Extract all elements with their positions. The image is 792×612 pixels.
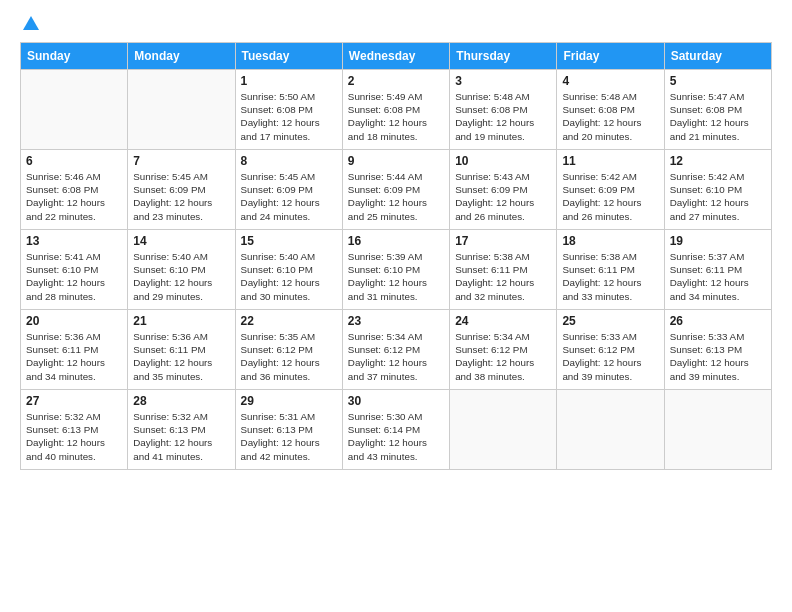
- day-header-tuesday: Tuesday: [235, 43, 342, 70]
- calendar-cell: 17Sunrise: 5:38 AM Sunset: 6:11 PM Dayli…: [450, 230, 557, 310]
- day-number: 4: [562, 74, 658, 88]
- day-info: Sunrise: 5:33 AM Sunset: 6:13 PM Dayligh…: [670, 330, 766, 383]
- day-number: 28: [133, 394, 229, 408]
- day-info: Sunrise: 5:36 AM Sunset: 6:11 PM Dayligh…: [133, 330, 229, 383]
- calendar-cell: 7Sunrise: 5:45 AM Sunset: 6:09 PM Daylig…: [128, 150, 235, 230]
- day-number: 29: [241, 394, 337, 408]
- day-info: Sunrise: 5:42 AM Sunset: 6:09 PM Dayligh…: [562, 170, 658, 223]
- day-number: 19: [670, 234, 766, 248]
- day-number: 27: [26, 394, 122, 408]
- day-number: 13: [26, 234, 122, 248]
- calendar-week-3: 13Sunrise: 5:41 AM Sunset: 6:10 PM Dayli…: [21, 230, 772, 310]
- calendar-cell: [664, 390, 771, 470]
- day-number: 15: [241, 234, 337, 248]
- day-number: 18: [562, 234, 658, 248]
- day-info: Sunrise: 5:45 AM Sunset: 6:09 PM Dayligh…: [133, 170, 229, 223]
- day-header-wednesday: Wednesday: [342, 43, 449, 70]
- day-number: 6: [26, 154, 122, 168]
- day-number: 2: [348, 74, 444, 88]
- day-number: 5: [670, 74, 766, 88]
- day-info: Sunrise: 5:41 AM Sunset: 6:10 PM Dayligh…: [26, 250, 122, 303]
- day-info: Sunrise: 5:36 AM Sunset: 6:11 PM Dayligh…: [26, 330, 122, 383]
- calendar-cell: 30Sunrise: 5:30 AM Sunset: 6:14 PM Dayli…: [342, 390, 449, 470]
- day-info: Sunrise: 5:30 AM Sunset: 6:14 PM Dayligh…: [348, 410, 444, 463]
- day-number: 30: [348, 394, 444, 408]
- day-info: Sunrise: 5:37 AM Sunset: 6:11 PM Dayligh…: [670, 250, 766, 303]
- day-info: Sunrise: 5:42 AM Sunset: 6:10 PM Dayligh…: [670, 170, 766, 223]
- day-header-sunday: Sunday: [21, 43, 128, 70]
- calendar-cell: 24Sunrise: 5:34 AM Sunset: 6:12 PM Dayli…: [450, 310, 557, 390]
- calendar-cell: 11Sunrise: 5:42 AM Sunset: 6:09 PM Dayli…: [557, 150, 664, 230]
- day-number: 11: [562, 154, 658, 168]
- calendar-week-1: 1Sunrise: 5:50 AM Sunset: 6:08 PM Daylig…: [21, 70, 772, 150]
- day-info: Sunrise: 5:38 AM Sunset: 6:11 PM Dayligh…: [562, 250, 658, 303]
- calendar-cell: 27Sunrise: 5:32 AM Sunset: 6:13 PM Dayli…: [21, 390, 128, 470]
- calendar: SundayMondayTuesdayWednesdayThursdayFrid…: [20, 42, 772, 470]
- day-number: 9: [348, 154, 444, 168]
- day-number: 14: [133, 234, 229, 248]
- calendar-cell: 6Sunrise: 5:46 AM Sunset: 6:08 PM Daylig…: [21, 150, 128, 230]
- day-number: 20: [26, 314, 122, 328]
- day-header-thursday: Thursday: [450, 43, 557, 70]
- day-info: Sunrise: 5:47 AM Sunset: 6:08 PM Dayligh…: [670, 90, 766, 143]
- day-number: 16: [348, 234, 444, 248]
- calendar-week-5: 27Sunrise: 5:32 AM Sunset: 6:13 PM Dayli…: [21, 390, 772, 470]
- day-info: Sunrise: 5:31 AM Sunset: 6:13 PM Dayligh…: [241, 410, 337, 463]
- calendar-cell: 3Sunrise: 5:48 AM Sunset: 6:08 PM Daylig…: [450, 70, 557, 150]
- calendar-cell: 14Sunrise: 5:40 AM Sunset: 6:10 PM Dayli…: [128, 230, 235, 310]
- day-number: 3: [455, 74, 551, 88]
- day-info: Sunrise: 5:38 AM Sunset: 6:11 PM Dayligh…: [455, 250, 551, 303]
- day-info: Sunrise: 5:34 AM Sunset: 6:12 PM Dayligh…: [348, 330, 444, 383]
- calendar-cell: 28Sunrise: 5:32 AM Sunset: 6:13 PM Dayli…: [128, 390, 235, 470]
- calendar-cell: [557, 390, 664, 470]
- logo-icon: [23, 16, 39, 30]
- calendar-cell: [450, 390, 557, 470]
- day-info: Sunrise: 5:46 AM Sunset: 6:08 PM Dayligh…: [26, 170, 122, 223]
- day-number: 1: [241, 74, 337, 88]
- day-number: 21: [133, 314, 229, 328]
- day-number: 22: [241, 314, 337, 328]
- day-info: Sunrise: 5:48 AM Sunset: 6:08 PM Dayligh…: [455, 90, 551, 143]
- calendar-cell: 22Sunrise: 5:35 AM Sunset: 6:12 PM Dayli…: [235, 310, 342, 390]
- calendar-cell: 19Sunrise: 5:37 AM Sunset: 6:11 PM Dayli…: [664, 230, 771, 310]
- calendar-cell: 23Sunrise: 5:34 AM Sunset: 6:12 PM Dayli…: [342, 310, 449, 390]
- day-info: Sunrise: 5:43 AM Sunset: 6:09 PM Dayligh…: [455, 170, 551, 223]
- day-info: Sunrise: 5:48 AM Sunset: 6:08 PM Dayligh…: [562, 90, 658, 143]
- day-info: Sunrise: 5:40 AM Sunset: 6:10 PM Dayligh…: [133, 250, 229, 303]
- day-number: 26: [670, 314, 766, 328]
- calendar-cell: 16Sunrise: 5:39 AM Sunset: 6:10 PM Dayli…: [342, 230, 449, 310]
- day-info: Sunrise: 5:33 AM Sunset: 6:12 PM Dayligh…: [562, 330, 658, 383]
- calendar-cell: 21Sunrise: 5:36 AM Sunset: 6:11 PM Dayli…: [128, 310, 235, 390]
- day-info: Sunrise: 5:44 AM Sunset: 6:09 PM Dayligh…: [348, 170, 444, 223]
- day-info: Sunrise: 5:40 AM Sunset: 6:10 PM Dayligh…: [241, 250, 337, 303]
- day-number: 8: [241, 154, 337, 168]
- day-number: 17: [455, 234, 551, 248]
- calendar-cell: 12Sunrise: 5:42 AM Sunset: 6:10 PM Dayli…: [664, 150, 771, 230]
- day-number: 7: [133, 154, 229, 168]
- day-info: Sunrise: 5:34 AM Sunset: 6:12 PM Dayligh…: [455, 330, 551, 383]
- calendar-cell: 2Sunrise: 5:49 AM Sunset: 6:08 PM Daylig…: [342, 70, 449, 150]
- calendar-cell: 25Sunrise: 5:33 AM Sunset: 6:12 PM Dayli…: [557, 310, 664, 390]
- calendar-cell: 8Sunrise: 5:45 AM Sunset: 6:09 PM Daylig…: [235, 150, 342, 230]
- calendar-week-2: 6Sunrise: 5:46 AM Sunset: 6:08 PM Daylig…: [21, 150, 772, 230]
- calendar-cell: 10Sunrise: 5:43 AM Sunset: 6:09 PM Dayli…: [450, 150, 557, 230]
- calendar-cell: 15Sunrise: 5:40 AM Sunset: 6:10 PM Dayli…: [235, 230, 342, 310]
- calendar-week-4: 20Sunrise: 5:36 AM Sunset: 6:11 PM Dayli…: [21, 310, 772, 390]
- calendar-cell: 29Sunrise: 5:31 AM Sunset: 6:13 PM Dayli…: [235, 390, 342, 470]
- calendar-cell: [128, 70, 235, 150]
- calendar-cell: 5Sunrise: 5:47 AM Sunset: 6:08 PM Daylig…: [664, 70, 771, 150]
- calendar-cell: 20Sunrise: 5:36 AM Sunset: 6:11 PM Dayli…: [21, 310, 128, 390]
- day-info: Sunrise: 5:32 AM Sunset: 6:13 PM Dayligh…: [133, 410, 229, 463]
- calendar-cell: 4Sunrise: 5:48 AM Sunset: 6:08 PM Daylig…: [557, 70, 664, 150]
- day-header-saturday: Saturday: [664, 43, 771, 70]
- day-number: 25: [562, 314, 658, 328]
- day-header-friday: Friday: [557, 43, 664, 70]
- calendar-cell: 9Sunrise: 5:44 AM Sunset: 6:09 PM Daylig…: [342, 150, 449, 230]
- day-header-monday: Monday: [128, 43, 235, 70]
- day-info: Sunrise: 5:49 AM Sunset: 6:08 PM Dayligh…: [348, 90, 444, 143]
- day-info: Sunrise: 5:45 AM Sunset: 6:09 PM Dayligh…: [241, 170, 337, 223]
- calendar-cell: 13Sunrise: 5:41 AM Sunset: 6:10 PM Dayli…: [21, 230, 128, 310]
- day-number: 10: [455, 154, 551, 168]
- day-info: Sunrise: 5:32 AM Sunset: 6:13 PM Dayligh…: [26, 410, 122, 463]
- day-info: Sunrise: 5:39 AM Sunset: 6:10 PM Dayligh…: [348, 250, 444, 303]
